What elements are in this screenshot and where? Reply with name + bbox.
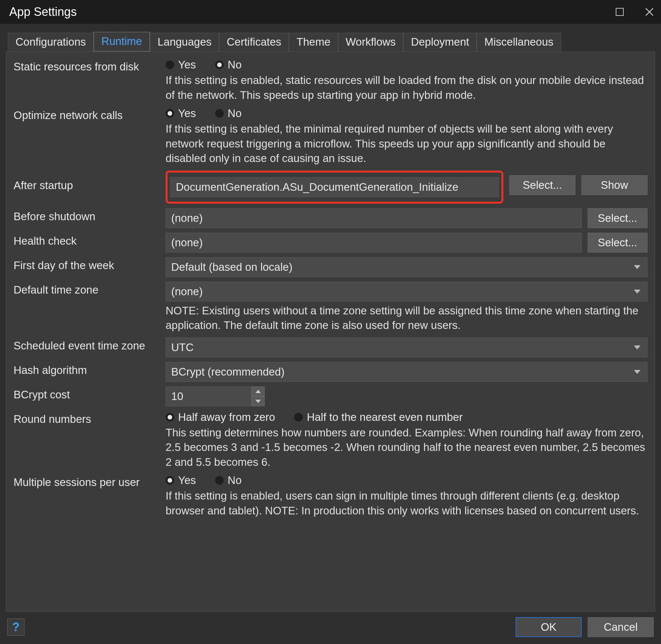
multi-sessions-yes-label: Yes bbox=[178, 474, 196, 487]
multi-sessions-desc: If this setting is enabled, users can si… bbox=[166, 489, 647, 518]
round-numbers-label: Round numbers bbox=[14, 411, 166, 426]
optimize-network-yes[interactable]: Yes bbox=[166, 107, 196, 120]
multi-sessions-no[interactable]: No bbox=[215, 474, 242, 487]
chevron-down-icon bbox=[634, 370, 640, 374]
help-icon: ? bbox=[12, 620, 20, 634]
health-check-field[interactable]: (none) bbox=[166, 233, 582, 253]
before-shutdown-field[interactable]: (none) bbox=[166, 208, 582, 228]
static-resources-label: Static resources from disk bbox=[14, 59, 166, 73]
bcrypt-cost-label: BCrypt cost bbox=[14, 387, 166, 401]
after-startup-show-button[interactable]: Show bbox=[581, 175, 647, 195]
maximize-button[interactable] bbox=[615, 7, 624, 17]
chevron-down-icon bbox=[634, 290, 640, 294]
default-tz-value: (none) bbox=[171, 285, 203, 298]
after-startup-highlight: DocumentGeneration.ASu_DocumentGeneratio… bbox=[166, 170, 503, 204]
before-shutdown-select-button[interactable]: Select... bbox=[588, 208, 647, 228]
runtime-panel: Static resources from disk Yes No If thi… bbox=[6, 51, 655, 612]
cancel-button[interactable]: Cancel bbox=[588, 617, 654, 637]
round-numbers-desc: This setting determines how numbers are … bbox=[166, 426, 647, 470]
chevron-down-icon bbox=[634, 345, 640, 349]
svg-rect-0 bbox=[616, 8, 623, 16]
hash-algo-label: Hash algorithm bbox=[14, 362, 166, 376]
static-resources-no[interactable]: No bbox=[215, 59, 242, 71]
tab-deployment[interactable]: Deployment bbox=[403, 33, 477, 51]
title-bar: App Settings bbox=[0, 0, 661, 24]
after-startup-label: After startup bbox=[14, 170, 166, 192]
first-day-label: First day of the week bbox=[14, 257, 166, 272]
tab-languages[interactable]: Languages bbox=[150, 33, 219, 51]
bcrypt-cost-down[interactable] bbox=[252, 396, 265, 406]
health-check-select-button[interactable]: Select... bbox=[588, 233, 647, 253]
tab-certificates[interactable]: Certificates bbox=[219, 33, 289, 51]
bcrypt-cost-spinner[interactable]: 10 bbox=[166, 387, 265, 406]
hash-algo-dropdown[interactable]: BCrypt (recommended) bbox=[166, 362, 647, 382]
multi-sessions-label: Multiple sessions per user bbox=[14, 474, 166, 489]
bcrypt-cost-up[interactable] bbox=[252, 387, 265, 396]
close-button[interactable] bbox=[644, 7, 654, 17]
multi-sessions-no-label: No bbox=[228, 474, 242, 487]
first-day-value: Default (based on locale) bbox=[171, 261, 292, 273]
first-day-dropdown[interactable]: Default (based on locale) bbox=[166, 257, 647, 277]
static-resources-yes[interactable]: Yes bbox=[166, 59, 196, 71]
tab-miscellaneous[interactable]: Miscellaneous bbox=[477, 33, 561, 51]
after-startup-select-button[interactable]: Select... bbox=[509, 175, 575, 195]
default-tz-note: NOTE: Existing users without a time zone… bbox=[166, 303, 647, 333]
tab-runtime[interactable]: Runtime bbox=[94, 32, 150, 51]
sched-tz-dropdown[interactable]: UTC bbox=[166, 338, 647, 358]
round-half-away[interactable]: Half away from zero bbox=[166, 411, 275, 423]
bcrypt-cost-value[interactable]: 10 bbox=[166, 387, 252, 406]
round-half-even[interactable]: Half to the nearest even number bbox=[294, 411, 463, 423]
static-resources-desc: If this setting is enabled, static resou… bbox=[166, 73, 647, 102]
default-tz-dropdown[interactable]: (none) bbox=[166, 282, 647, 301]
round-half-even-label: Half to the nearest even number bbox=[307, 411, 463, 423]
hash-algo-value: BCrypt (recommended) bbox=[171, 366, 285, 378]
static-resources-yes-label: Yes bbox=[178, 59, 196, 71]
tab-configurations[interactable]: Configurations bbox=[8, 33, 94, 51]
round-half-away-label: Half away from zero bbox=[178, 411, 275, 423]
optimize-network-no[interactable]: No bbox=[215, 107, 242, 120]
tab-theme[interactable]: Theme bbox=[289, 33, 338, 51]
tab-workflows[interactable]: Workflows bbox=[338, 33, 404, 51]
window-title: App Settings bbox=[9, 5, 615, 19]
ok-button[interactable]: OK bbox=[516, 617, 582, 637]
optimize-network-desc: If this setting is enabled, the minimal … bbox=[166, 122, 647, 166]
chevron-down-icon bbox=[634, 265, 640, 269]
tab-strip: Configurations Runtime Languages Certifi… bbox=[0, 24, 661, 51]
multi-sessions-yes[interactable]: Yes bbox=[166, 474, 196, 487]
before-shutdown-label: Before shutdown bbox=[14, 208, 166, 223]
after-startup-field[interactable]: DocumentGeneration.ASu_DocumentGeneratio… bbox=[170, 177, 499, 197]
dialog-footer: ? OK Cancel bbox=[0, 616, 661, 644]
optimize-network-label: Optimize network calls bbox=[14, 107, 166, 122]
sched-tz-label: Scheduled event time zone bbox=[14, 338, 166, 352]
optimize-network-no-label: No bbox=[228, 107, 242, 120]
sched-tz-value: UTC bbox=[171, 341, 194, 354]
static-resources-no-label: No bbox=[228, 59, 242, 71]
default-tz-label: Default time zone bbox=[14, 282, 166, 296]
optimize-network-yes-label: Yes bbox=[178, 107, 196, 120]
help-button[interactable]: ? bbox=[7, 619, 24, 636]
health-check-label: Health check bbox=[14, 233, 166, 247]
